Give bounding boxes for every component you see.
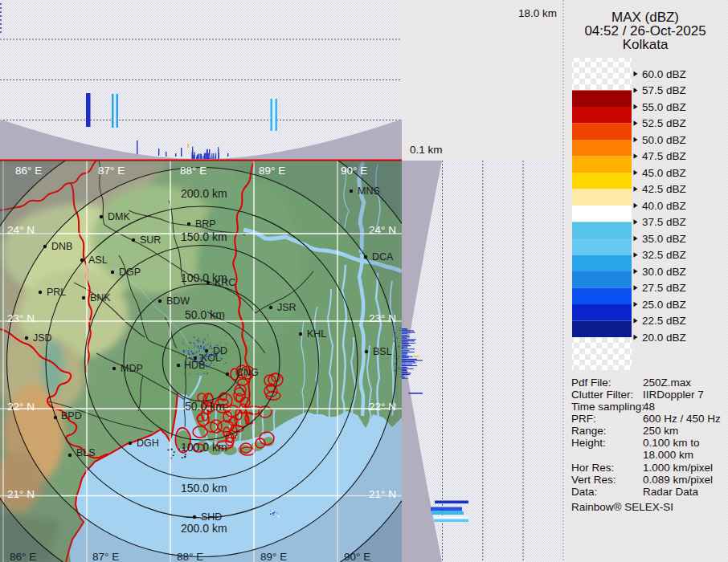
svg-text:21° N: 21° N bbox=[369, 488, 396, 500]
svg-text:SUR: SUR bbox=[140, 234, 161, 246]
svg-text:20.0 dBZ: 20.0 dBZ bbox=[642, 332, 686, 344]
svg-text:50.0 km: 50.0 km bbox=[185, 400, 225, 413]
svg-text:MDP: MDP bbox=[121, 363, 143, 374]
svg-text:BLS: BLS bbox=[76, 447, 96, 458]
svg-text:35.0 dBZ: 35.0 dBZ bbox=[642, 233, 686, 245]
svg-text:1.000 km/pixel: 1.000 km/pixel bbox=[643, 462, 713, 474]
svg-text:HDB: HDB bbox=[184, 360, 205, 371]
svg-text:BDW: BDW bbox=[166, 295, 190, 307]
svg-text:ASL: ASL bbox=[88, 255, 108, 266]
svg-text:23° N: 23° N bbox=[7, 312, 35, 324]
svg-text:86° E: 86° E bbox=[15, 165, 42, 177]
svg-text:CNG: CNG bbox=[236, 367, 259, 378]
svg-text:IIRDoppler 7: IIRDoppler 7 bbox=[643, 389, 704, 401]
svg-text:55.0 dBZ: 55.0 dBZ bbox=[642, 101, 686, 113]
svg-text:24° N: 24° N bbox=[369, 224, 396, 236]
svg-text:Data:: Data: bbox=[571, 486, 597, 498]
svg-text:57.5 dBZ: 57.5 dBZ bbox=[642, 84, 686, 96]
svg-text:BNK: BNK bbox=[90, 292, 111, 303]
svg-text:Clutter Filter:: Clutter Filter: bbox=[571, 389, 633, 401]
svg-text:88° E: 88° E bbox=[180, 165, 207, 177]
svg-text:MNS: MNS bbox=[358, 185, 380, 197]
svg-text:DMK: DMK bbox=[108, 211, 130, 222]
svg-text:42.5 dBZ: 42.5 dBZ bbox=[642, 183, 686, 195]
svg-text:MAX (dBZ): MAX (dBZ) bbox=[611, 10, 679, 25]
svg-text:BSL: BSL bbox=[373, 346, 392, 357]
svg-text:Time sampling:: Time sampling: bbox=[571, 401, 644, 413]
svg-text:22° N: 22° N bbox=[369, 401, 396, 413]
svg-text:150.0 km: 150.0 km bbox=[181, 230, 227, 243]
svg-text:23° N: 23° N bbox=[369, 312, 396, 324]
svg-text:Kolkata: Kolkata bbox=[623, 37, 669, 52]
svg-text:89° E: 89° E bbox=[260, 551, 287, 562]
svg-text:52.5 dBZ: 52.5 dBZ bbox=[642, 117, 686, 129]
svg-text:0.100 km to: 0.100 km to bbox=[643, 437, 700, 449]
svg-text:Rainbow® SELEX-SI: Rainbow® SELEX-SI bbox=[571, 501, 673, 513]
svg-text:250 km: 250 km bbox=[643, 425, 678, 437]
svg-text:87° E: 87° E bbox=[98, 165, 125, 177]
svg-text:KRC: KRC bbox=[215, 277, 235, 288]
svg-text:KHL: KHL bbox=[307, 328, 326, 340]
svg-text:88° E: 88° E bbox=[177, 551, 203, 562]
svg-text:PRL: PRL bbox=[47, 287, 66, 298]
svg-text:50.0 dBZ: 50.0 dBZ bbox=[642, 134, 686, 146]
svg-text:BPD: BPD bbox=[61, 410, 82, 422]
svg-text:200.0 km: 200.0 km bbox=[181, 187, 227, 200]
svg-text:18.000 km: 18.000 km bbox=[643, 449, 693, 461]
svg-text:DCA: DCA bbox=[372, 251, 394, 263]
svg-text:DGH: DGH bbox=[137, 438, 159, 449]
svg-text:PRF:: PRF: bbox=[571, 413, 596, 425]
svg-text:DGP: DGP bbox=[119, 267, 141, 278]
svg-text:Pdf File:: Pdf File: bbox=[571, 377, 611, 389]
svg-text:24° N: 24° N bbox=[7, 224, 35, 236]
svg-text:BRP: BRP bbox=[195, 218, 216, 230]
svg-text:90° E: 90° E bbox=[341, 165, 367, 177]
svg-text:600 Hz / 450 Hz: 600 Hz / 450 Hz bbox=[643, 413, 721, 425]
svg-text:48: 48 bbox=[643, 401, 655, 413]
svg-text:90° E: 90° E bbox=[344, 551, 370, 562]
svg-text:JSD: JSD bbox=[33, 332, 52, 344]
svg-text:32.5 dBZ: 32.5 dBZ bbox=[642, 249, 686, 261]
svg-text:22.5 dBZ: 22.5 dBZ bbox=[642, 315, 686, 327]
svg-text:30.0 dBZ: 30.0 dBZ bbox=[642, 266, 686, 278]
svg-text:40.0 dBZ: 40.0 dBZ bbox=[642, 200, 686, 212]
svg-text:200.0 km: 200.0 km bbox=[181, 522, 227, 535]
svg-text:Vert Res:: Vert Res: bbox=[571, 474, 616, 486]
svg-text:50.0 km: 50.0 km bbox=[185, 308, 225, 321]
svg-text:Radar Data: Radar Data bbox=[643, 486, 699, 498]
svg-text:18.0 km: 18.0 km bbox=[518, 7, 557, 19]
svg-text:0.1 km: 0.1 km bbox=[410, 144, 443, 156]
svg-text:87° E: 87° E bbox=[92, 551, 119, 562]
svg-text:250Z.max: 250Z.max bbox=[643, 377, 691, 389]
svg-text:0.089 km/pixel: 0.089 km/pixel bbox=[643, 474, 713, 486]
svg-text:DNB: DNB bbox=[51, 241, 72, 252]
svg-text:100.0 km: 100.0 km bbox=[181, 441, 227, 454]
svg-text:47.5 dBZ: 47.5 dBZ bbox=[642, 150, 686, 162]
svg-text:25.0 dBZ: 25.0 dBZ bbox=[642, 299, 686, 311]
svg-text:86° E: 86° E bbox=[10, 551, 36, 562]
svg-text:45.0 dBZ: 45.0 dBZ bbox=[642, 167, 686, 179]
svg-text:27.5 dBZ: 27.5 dBZ bbox=[642, 282, 686, 294]
svg-text:Hor Res:: Hor Res: bbox=[571, 462, 614, 474]
svg-text:150.0 km: 150.0 km bbox=[181, 482, 227, 495]
svg-text:JSR: JSR bbox=[277, 302, 297, 313]
svg-text:Height:: Height: bbox=[571, 437, 606, 449]
svg-text:Range:: Range: bbox=[571, 425, 607, 437]
svg-text:21° N: 21° N bbox=[7, 488, 35, 500]
svg-text:22° N: 22° N bbox=[7, 401, 35, 413]
svg-text:SHD: SHD bbox=[201, 511, 222, 523]
svg-text:60.0 dBZ: 60.0 dBZ bbox=[642, 68, 686, 80]
svg-text:89° E: 89° E bbox=[259, 165, 285, 177]
svg-text:37.5 dBZ: 37.5 dBZ bbox=[642, 216, 686, 228]
